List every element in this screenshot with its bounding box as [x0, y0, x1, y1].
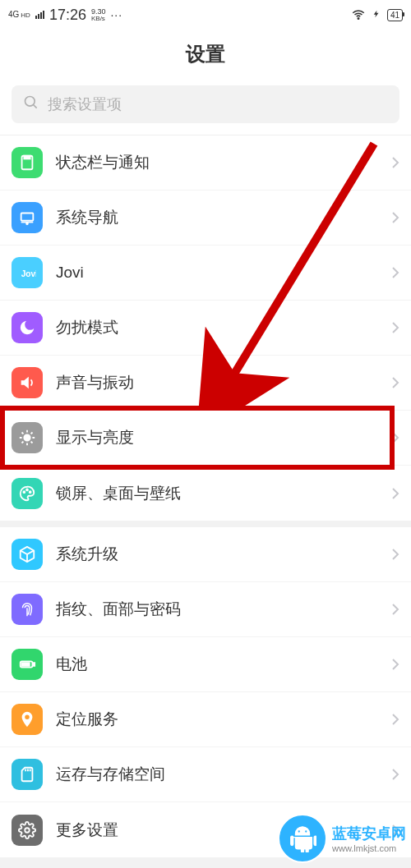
speaker-icon	[12, 367, 43, 398]
page-title: 设置	[0, 41, 411, 67]
chevron-right-icon	[391, 603, 399, 616]
svg-point-5	[26, 223, 28, 224]
settings-row-label: Jovi	[56, 264, 378, 282]
settings-row-battery[interactable]: 电池	[0, 637, 411, 692]
network-hd: HD	[21, 11, 30, 19]
settings-row-biometrics[interactable]: 指纹、面部与密码	[0, 582, 411, 637]
signal-indicator: 4GHD	[8, 11, 30, 19]
settings-row-label: 系统升级	[56, 544, 378, 565]
svg-text:Jovi: Jovi	[21, 269, 36, 278]
svg-rect-12	[33, 663, 35, 666]
svg-point-9	[26, 489, 28, 490]
settings-row-sound[interactable]: 声音与振动	[0, 356, 411, 411]
settings-group: 状态栏与通知系统导航JoviJovi勿扰模式声音与振动显示与亮度锁屏、桌面与壁纸	[0, 135, 411, 521]
settings-group: 系统升级指纹、面部与密码电池定位服务运存与存储空间更多设置	[0, 527, 411, 857]
settings-row-dnd[interactable]: 勿扰模式	[0, 301, 411, 356]
settings-row-status-notif[interactable]: 状态栏与通知	[0, 135, 411, 191]
settings-list: 状态栏与通知系统导航JoviJovi勿扰模式声音与振动显示与亮度锁屏、桌面与壁纸…	[0, 135, 411, 857]
chevron-right-icon	[391, 156, 399, 169]
palette-icon	[12, 478, 43, 509]
settings-row-label: 状态栏与通知	[56, 152, 378, 173]
settings-row-label: 电池	[56, 654, 378, 675]
svg-point-17	[305, 830, 307, 832]
jovi-icon: Jovi	[12, 257, 43, 288]
search-section	[0, 85, 411, 135]
settings-row-label: 显示与亮度	[56, 427, 378, 448]
chevron-right-icon	[391, 211, 399, 224]
svg-rect-3	[24, 156, 30, 159]
watermark-url: www.lmkjst.com	[332, 843, 406, 853]
svg-rect-13	[22, 663, 30, 666]
svg-point-16	[298, 830, 300, 832]
page-header: 设置	[0, 30, 411, 85]
fingerprint-icon	[12, 594, 43, 625]
status-clock: 17:26	[49, 7, 86, 24]
status-left: 4GHD 17:26 9.30 KB/s ···	[8, 7, 122, 24]
chevron-right-icon	[391, 376, 399, 389]
net-speed: 9.30 KB/s	[91, 8, 106, 22]
signal-bars-icon	[35, 11, 44, 19]
watermark-logo-icon	[278, 814, 327, 863]
watermark: 蓝莓安卓网 www.lmkjst.com	[278, 814, 406, 863]
status-more-icon: ···	[110, 8, 122, 21]
chevron-right-icon	[391, 431, 399, 444]
search-input[interactable]	[48, 96, 388, 113]
settings-row-system-update[interactable]: 系统升级	[0, 527, 411, 582]
brightness-icon	[12, 422, 43, 453]
charging-icon	[372, 8, 381, 21]
chevron-right-icon	[391, 768, 399, 781]
settings-row-label: 定位服务	[56, 709, 378, 730]
status-icon	[12, 147, 43, 178]
search-box[interactable]	[12, 85, 399, 123]
settings-row-label: 指纹、面部与密码	[56, 599, 378, 620]
svg-point-14	[25, 828, 30, 833]
settings-row-label: 勿扰模式	[56, 317, 378, 338]
moon-icon	[12, 312, 43, 343]
status-right: 41	[351, 7, 403, 22]
cube-icon	[12, 539, 43, 570]
settings-row-lock-desktop[interactable]: 锁屏、桌面与壁纸	[0, 466, 411, 521]
settings-row-system-nav[interactable]: 系统导航	[0, 191, 411, 246]
chevron-right-icon	[391, 713, 399, 726]
battery-icon	[12, 649, 43, 680]
chevron-right-icon	[391, 548, 399, 561]
settings-row-label: 系统导航	[56, 207, 378, 228]
nav-icon	[12, 202, 43, 233]
chevron-right-icon	[391, 658, 399, 671]
sdcard-icon	[12, 759, 43, 790]
svg-point-10	[30, 491, 31, 493]
battery-percent: 41	[390, 11, 399, 20]
watermark-text: 蓝莓安卓网 www.lmkjst.com	[332, 824, 406, 853]
chevron-right-icon	[391, 321, 399, 334]
svg-point-8	[23, 491, 25, 493]
svg-point-0	[358, 18, 359, 20]
chevron-right-icon	[391, 266, 399, 279]
svg-point-7	[24, 434, 30, 440]
chevron-right-icon	[391, 487, 399, 500]
gear-icon	[12, 815, 43, 846]
wifi-icon	[351, 7, 366, 22]
settings-row-jovi[interactable]: JoviJovi	[0, 246, 411, 301]
network-type: 4G	[8, 11, 19, 19]
status-bar: 4GHD 17:26 9.30 KB/s ··· 41	[0, 0, 411, 30]
location-icon	[12, 704, 43, 735]
settings-row-location[interactable]: 定位服务	[0, 692, 411, 747]
settings-row-label: 声音与振动	[56, 372, 378, 393]
settings-row-label: 运存与存储空间	[56, 764, 378, 785]
search-icon	[23, 94, 39, 115]
settings-row-storage[interactable]: 运存与存储空间	[0, 747, 411, 802]
settings-row-label: 锁屏、桌面与壁纸	[56, 483, 378, 504]
svg-rect-4	[21, 214, 34, 221]
settings-row-display[interactable]: 显示与亮度	[0, 411, 411, 466]
svg-point-1	[25, 96, 35, 106]
battery-indicator: 41	[387, 9, 403, 21]
watermark-title: 蓝莓安卓网	[332, 824, 406, 843]
